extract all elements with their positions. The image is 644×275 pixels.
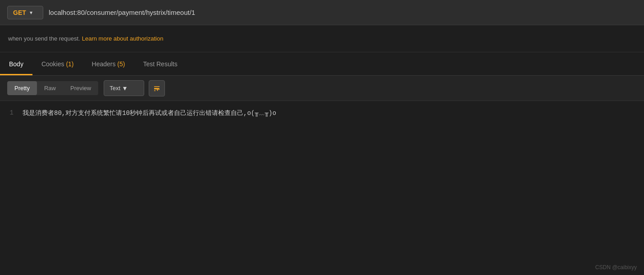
format-raw-button[interactable]: Raw [37, 81, 63, 95]
watermark: CSDN @caibixyy [595, 264, 637, 270]
url-input[interactable] [49, 7, 637, 18]
type-label: Text [110, 85, 120, 92]
type-chevron-icon: ▾ [123, 84, 127, 92]
auth-learn-more-link[interactable]: Learn more about authorization [82, 35, 164, 42]
tab-headers-badge: (5) [115, 60, 125, 68]
line-content-1: 我是消费者80,对方支付系统繁忙请10秒钟后再试或者自己运行出错请检查自己,o(… [23, 109, 276, 117]
auth-notice: when you send the request. Learn more ab… [0, 25, 644, 52]
tab-headers[interactable]: Headers (5) [83, 54, 134, 75]
tab-cookies-label: Cookies [41, 60, 64, 68]
chevron-down-icon: ▾ [30, 9, 32, 16]
method-label: GET [13, 9, 26, 16]
response-tabs: Body Cookies (1) Headers (5) Test Result… [0, 52, 644, 76]
code-line-1: 1 我是消费者80,对方支付系统繁忙请10秒钟后再试或者自己运行出错请检查自己,… [0, 108, 644, 118]
tab-cookies-badge: (1) [64, 60, 74, 68]
method-selector[interactable]: GET ▾ [7, 6, 43, 19]
line-number-1: 1 [0, 109, 23, 116]
tab-body-label: Body [9, 60, 23, 68]
format-preview-button[interactable]: Preview [63, 81, 98, 95]
wrap-icon-button[interactable] [149, 80, 165, 96]
word-wrap-icon [153, 84, 161, 92]
type-selector[interactable]: Text ▾ [104, 80, 144, 96]
format-bar: Pretty Raw Preview Text ▾ [0, 76, 644, 101]
auth-notice-text: when you send the request. [8, 35, 80, 42]
tab-body[interactable]: Body [0, 54, 32, 75]
tab-cookies[interactable]: Cookies (1) [32, 54, 83, 75]
tab-test-results[interactable]: Test Results [134, 54, 186, 75]
code-area[interactable]: 1 我是消费者80,对方支付系统繁忙请10秒钟后再试或者自己运行出错请检查自己,… [0, 101, 644, 275]
format-pretty-button[interactable]: Pretty [7, 81, 37, 95]
tab-headers-label: Headers [92, 60, 116, 68]
url-bar: GET ▾ [0, 0, 644, 25]
tab-test-results-label: Test Results [143, 60, 177, 68]
format-buttons: Pretty Raw Preview [7, 81, 98, 95]
